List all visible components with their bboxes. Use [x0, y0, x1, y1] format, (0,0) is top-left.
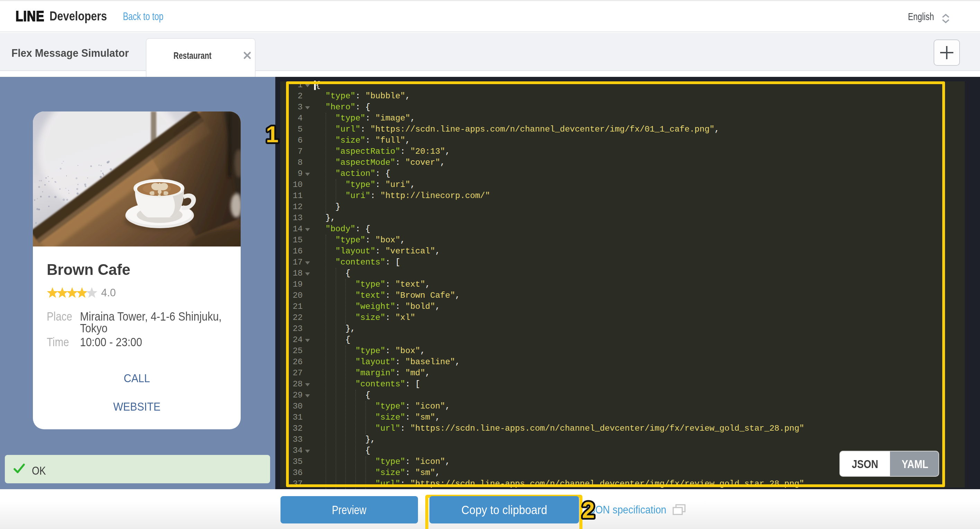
- svg-text:1: 1: [266, 122, 279, 147]
- svg-text:2: 2: [582, 499, 595, 523]
